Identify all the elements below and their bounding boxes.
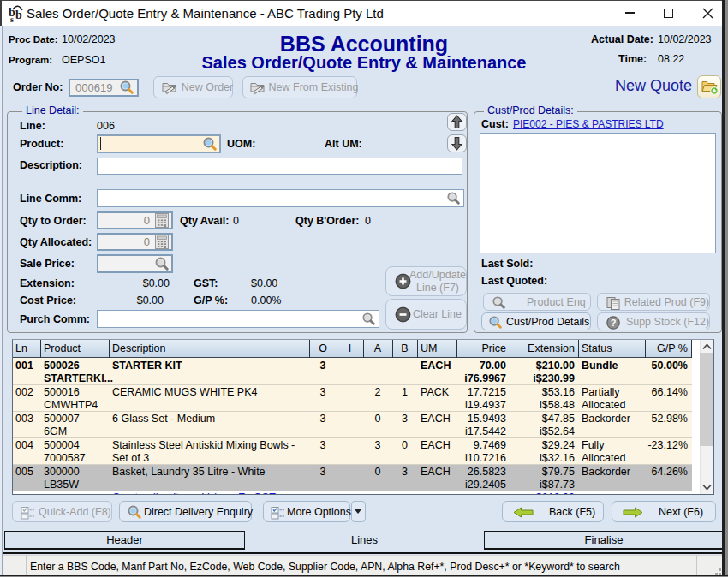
svg-text:s: s bbox=[10, 15, 14, 22]
svg-text:?: ? bbox=[611, 318, 617, 328]
svg-text:b: b bbox=[15, 9, 22, 21]
